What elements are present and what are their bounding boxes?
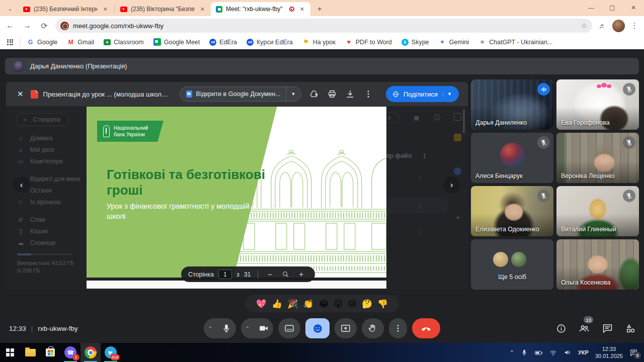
bookmark-star-icon[interactable]: ☆ — [581, 22, 587, 30]
participant-tile-olga[interactable]: Ольга Косенкова — [556, 239, 639, 290]
tray-mic-icon[interactable] — [521, 349, 528, 356]
raise-hand-button[interactable] — [362, 318, 384, 338]
battery-icon[interactable] — [534, 348, 543, 357]
meeting-details-icon[interactable] — [554, 322, 568, 335]
participant-tile-darya[interactable]: Дарья Даниленко — [471, 79, 553, 130]
present-screen-button[interactable] — [335, 318, 357, 338]
forward-button[interactable]: → — [20, 19, 34, 33]
download-icon[interactable] — [342, 85, 359, 103]
tab-close-icon[interactable]: ✕ — [298, 5, 306, 14]
participant-tile-veronika[interactable]: Вероніка Лещенко — [556, 133, 639, 183]
chevron-down-icon[interactable]: ▼ — [443, 92, 456, 97]
reaction-thinking-button[interactable]: 🤔 — [362, 300, 372, 308]
participant-tile-alesya[interactable]: Алеся Бенцарук — [471, 133, 553, 183]
more-options-icon[interactable] — [360, 85, 377, 103]
print-icon[interactable] — [324, 85, 341, 103]
bookmark-classroom[interactable]: Classroom — [104, 39, 144, 46]
minimize-button[interactable]: — — [581, 0, 602, 15]
more-options-button[interactable] — [389, 318, 407, 338]
add-to-drive-icon[interactable] — [305, 85, 323, 103]
more-participants-tile[interactable]: Ще 5 осіб — [471, 239, 553, 290]
file-explorer-button[interactable] — [20, 343, 40, 362]
apps-grid-icon[interactable] — [7, 39, 13, 45]
reload-button[interactable]: ⟳ — [37, 19, 51, 33]
reaction-thumbs-down-button[interactable]: 👎 — [377, 300, 388, 308]
bookmark-edera[interactable]: edEdEra — [209, 39, 237, 46]
browser-toolbar: ← → ⟳ meet.google.com/rxb-ukww-fby ☆ ♬ ⋮ — [0, 16, 644, 35]
media-controls-icon[interactable]: ♬ — [596, 22, 608, 30]
tab-close-icon[interactable]: ✕ — [101, 5, 110, 14]
bookmark-skype[interactable]: SSkype — [401, 39, 429, 46]
mic-off-icon — [623, 83, 635, 96]
tray-time: 12:33 — [602, 346, 616, 352]
chrome-button[interactable] — [80, 343, 101, 362]
telegram-button[interactable]: 418 — [101, 343, 121, 362]
browser-tab-youtube-2[interactable]: (235) Вікторина "Безпечний Ін ✕ — [115, 2, 211, 16]
chevron-down-icon[interactable]: ▼ — [286, 92, 301, 97]
wifi-icon[interactable] — [549, 349, 557, 356]
volume-icon[interactable] — [564, 348, 572, 356]
close-preview-icon[interactable]: ✕ — [17, 89, 24, 99]
browser-menu-icon[interactable]: ⋮ — [629, 21, 640, 30]
bookmark-google-meet[interactable]: Google Meet — [153, 38, 200, 46]
camera-icon[interactable] — [254, 323, 273, 333]
participant-tile-vitaliy[interactable]: Виталий Глиняный — [556, 186, 639, 236]
reaction-sad-button[interactable]: 😢 — [348, 300, 357, 308]
page-number-input[interactable] — [218, 269, 232, 279]
bookmark-edera-courses[interactable]: edКурси EdEra — [247, 39, 293, 46]
scrollbar[interactable] — [463, 109, 465, 133]
next-page-button[interactable]: › — [443, 176, 460, 193]
zoom-tool-icon[interactable] — [280, 270, 291, 278]
viber-button[interactable]: ☎ 1 — [60, 343, 80, 362]
people-icon[interactable]: 13 — [578, 322, 591, 335]
hidden-icons-chevron[interactable]: ⌃ — [510, 349, 514, 356]
notifications-icon[interactable]: 9 — [629, 348, 638, 357]
mic-control[interactable]: ⌃ — [204, 318, 236, 338]
tab-title: (235) Вікторина "Безпечний Ін — [131, 6, 195, 13]
bookmark-gmail[interactable]: MGmail — [67, 38, 94, 46]
reaction-heart-button[interactable]: 💖 — [256, 300, 267, 308]
bookmark-chatgpt[interactable]: ✳ChatGPT - Ukrainian... — [478, 38, 552, 46]
classroom-icon — [104, 39, 111, 45]
camera-options-chevron-icon[interactable]: ⌃ — [241, 326, 254, 331]
reaction-laugh-button[interactable]: 😂 — [319, 300, 329, 308]
leave-call-button[interactable] — [412, 318, 440, 338]
language-indicator[interactable]: УКР — [578, 349, 589, 355]
camera-control[interactable]: ⌃ — [241, 318, 273, 338]
back-button[interactable]: ← — [3, 19, 17, 33]
activities-icon[interactable] — [624, 322, 637, 335]
zoom-out-button[interactable]: − — [265, 270, 276, 279]
new-tab-button[interactable]: ＋ — [313, 3, 326, 15]
previous-page-button[interactable]: ‹ — [13, 176, 30, 193]
chat-icon[interactable] — [601, 322, 614, 335]
bookmark-na-urok[interactable]: ⚑На урок — [302, 38, 336, 46]
mic-options-chevron-icon[interactable]: ⌃ — [204, 326, 217, 331]
mic-icon[interactable] — [217, 323, 236, 333]
bookmark-gemini[interactable]: ✦Gemini — [439, 38, 469, 46]
participant-tile-eva[interactable]: Ева Горофонова — [556, 79, 639, 130]
reaction-thumbs-up-button[interactable]: 👍 — [272, 300, 282, 308]
address-bar[interactable]: meet.google.com/rxb-ukww-fby ☆ — [55, 19, 592, 33]
bookmark-pdf-to-word[interactable]: ♥PDF to Word — [345, 38, 392, 46]
browser-tab-youtube-1[interactable]: (235) Безпечний Інтернет. Пра ✕ — [18, 2, 114, 16]
share-button[interactable]: Поділитися ▼ — [386, 86, 459, 102]
captions-button[interactable] — [278, 318, 300, 338]
profile-avatar[interactable] — [612, 20, 625, 32]
tab-close-icon[interactable]: ✕ — [198, 5, 207, 14]
browser-tab-meet[interactable]: Meet: "rxb-ukww-fby" ✕ — [211, 2, 310, 16]
taskbar-clock[interactable]: 12:33 30.01.2025 — [595, 345, 623, 360]
bookmark-google[interactable]: GGoogle — [27, 38, 57, 46]
tab-search-button[interactable]: ⌄ — [4, 3, 16, 15]
close-window-button[interactable]: ✕ — [623, 0, 644, 15]
reaction-party-button[interactable]: 🎉 — [287, 300, 298, 308]
zoom-in-button[interactable]: ＋ — [296, 269, 307, 279]
open-with-google-docs-button[interactable]: Відкрити в Google Докумен... ▼ — [180, 86, 301, 102]
participant-tile-elizaveta[interactable]: Елизавета Одокиенко — [471, 186, 553, 236]
reaction-clap-button[interactable]: 👏 — [303, 300, 313, 308]
reactions-button[interactable] — [305, 318, 330, 338]
tab-separator — [114, 5, 115, 13]
microsoft-store-button[interactable] — [40, 343, 60, 362]
maximize-button[interactable]: ▢ — [602, 0, 623, 15]
start-button[interactable] — [0, 343, 20, 362]
reaction-surprised-button[interactable]: 😮 — [334, 300, 343, 308]
